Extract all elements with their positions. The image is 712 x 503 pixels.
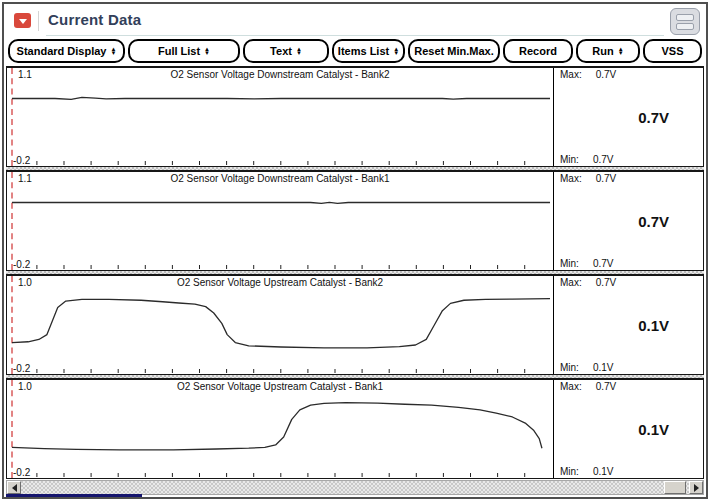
current-value: 0.1V	[638, 421, 669, 438]
min-label: Min:	[560, 362, 579, 373]
button-label: Standard Display	[17, 45, 107, 57]
bottom-progress-bar	[6, 494, 142, 497]
signal-trace	[7, 276, 553, 374]
button-label: Record	[519, 45, 557, 57]
min-value: 0.1V	[593, 362, 614, 373]
horizontal-scrollbar[interactable]	[6, 480, 704, 495]
chevron-down-icon	[19, 19, 27, 24]
arrow-right-icon	[694, 484, 699, 492]
value-panel: Max:0.7V 0.7V Min:0.7V	[553, 68, 703, 166]
scrollbar-thumb[interactable]	[664, 481, 686, 494]
y-min-label: -0.2	[13, 467, 30, 478]
text-mode-select[interactable]: Text ▲▼	[243, 39, 329, 63]
reset-min-max-button[interactable]: Reset Min.Max.	[408, 39, 500, 63]
button-label: Reset Min.Max.	[414, 45, 493, 57]
chart-title: O2 Sensor Voltage Downstream Catalyst - …	[7, 173, 553, 184]
toolbar: Standard Display ▲▼ Full List ▲▼ Text ▲▼…	[4, 37, 706, 66]
button-label: Items List	[338, 45, 389, 57]
chart-title: O2 Sensor Voltage Upstream Catalyst - Ba…	[7, 381, 553, 392]
current-value: 0.1V	[638, 317, 669, 334]
max-label: Max:	[560, 173, 582, 184]
full-list-select[interactable]: Full List ▲▼	[128, 39, 240, 63]
chart-o2-upstream-bank2: 1.0 O2 Sensor Voltage Upstream Catalyst …	[6, 274, 704, 375]
button-label: Full List	[158, 45, 200, 57]
chart-o2-downstream-bank1: 1.1 O2 Sensor Voltage Downstream Catalys…	[6, 170, 704, 271]
min-value: 0.7V	[593, 258, 614, 269]
updown-arrows-icon: ▲▼	[110, 47, 116, 55]
header-rule	[46, 35, 664, 36]
button-label: VSS	[661, 45, 683, 57]
signal-trace	[7, 68, 553, 166]
chart-plot: 1.1 O2 Sensor Voltage Downstream Catalys…	[7, 172, 553, 270]
updown-arrows-icon: ▲▼	[204, 47, 210, 55]
items-list-select[interactable]: Items List ▲▼	[332, 39, 405, 63]
chart-plot: 1.0 O2 Sensor Voltage Upstream Catalyst …	[7, 380, 553, 478]
chart-plot: 1.1 O2 Sensor Voltage Downstream Catalys…	[7, 68, 553, 166]
min-label: Min:	[560, 258, 579, 269]
max-label: Max:	[560, 277, 582, 288]
scroll-right-button[interactable]	[689, 481, 703, 494]
max-value: 0.7V	[596, 277, 617, 288]
y-min-label: -0.2	[13, 259, 30, 270]
min-label: Min:	[560, 154, 579, 165]
standard-display-select[interactable]: Standard Display ▲▼	[8, 39, 125, 63]
value-panel: Max:0.7V 0.7V Min:0.7V	[553, 172, 703, 270]
print-button[interactable]	[670, 8, 700, 35]
min-value: 0.7V	[593, 154, 614, 165]
max-value: 0.7V	[596, 69, 617, 80]
max-value: 0.7V	[596, 173, 617, 184]
printer-icon	[676, 14, 694, 21]
vss-button[interactable]: VSS	[643, 39, 702, 63]
y-min-label: -0.2	[13, 363, 30, 374]
run-select[interactable]: Run ▲▼	[576, 39, 640, 63]
max-value: 0.7V	[596, 381, 617, 392]
current-value: 0.7V	[638, 213, 669, 230]
record-button[interactable]: Record	[503, 39, 573, 63]
updown-arrows-icon: ▲▼	[393, 47, 399, 55]
collapse-menu-icon[interactable]	[14, 13, 31, 28]
scroll-left-button[interactable]	[7, 481, 21, 494]
chart-title: O2 Sensor Voltage Upstream Catalyst - Ba…	[7, 277, 553, 288]
y-min-label: -0.2	[13, 155, 30, 166]
page-title: Current Data	[48, 11, 141, 28]
chart-plot: 1.0 O2 Sensor Voltage Upstream Catalyst …	[7, 276, 553, 374]
signal-trace	[7, 380, 553, 478]
signal-trace	[7, 172, 553, 270]
button-label: Run	[592, 45, 613, 57]
updown-arrows-icon: ▲▼	[618, 47, 624, 55]
chart-o2-downstream-bank2: 1.1 O2 Sensor Voltage Downstream Catalys…	[6, 66, 704, 167]
title-bar: Current Data	[4, 4, 706, 37]
chart-o2-upstream-bank1: 1.0 O2 Sensor Voltage Upstream Catalyst …	[6, 378, 704, 479]
max-label: Max:	[560, 381, 582, 392]
arrow-left-icon	[12, 484, 17, 492]
max-label: Max:	[560, 69, 582, 80]
charts-area: 1.1 O2 Sensor Voltage Downstream Catalys…	[4, 66, 706, 479]
min-label: Min:	[560, 466, 579, 477]
value-panel: Max:0.7V 0.1V Min:0.1V	[553, 380, 703, 478]
current-data-window: Current Data Standard Display ▲▼ Full Li…	[2, 2, 708, 499]
button-label: Text	[270, 45, 292, 57]
updown-arrows-icon: ▲▼	[296, 47, 302, 55]
chart-title: O2 Sensor Voltage Downstream Catalyst - …	[7, 69, 553, 80]
value-panel: Max:0.7V 0.1V Min:0.1V	[553, 276, 703, 374]
header-divider	[38, 11, 39, 31]
current-value: 0.7V	[638, 109, 669, 126]
min-value: 0.1V	[593, 466, 614, 477]
